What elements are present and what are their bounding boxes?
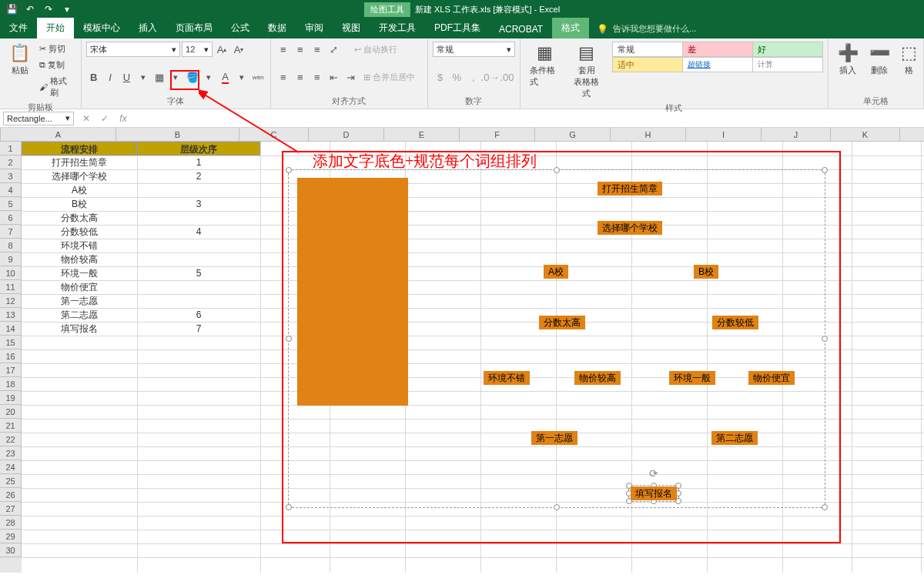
row-header[interactable]: 17 — [0, 363, 22, 377]
orientation-button[interactable]: ⤢ — [326, 42, 342, 57]
conditional-format-button[interactable]: ▦条件格式 — [525, 42, 565, 89]
row-header[interactable]: 23 — [0, 446, 22, 460]
shape-label[interactable]: 选择哪个学校 — [598, 221, 662, 235]
shape-label[interactable]: 打开招生简章 — [598, 182, 662, 196]
column-header[interactable]: H — [611, 128, 686, 141]
shape-label[interactable]: 环境不错 — [484, 371, 530, 385]
row-header[interactable]: 29 — [0, 530, 22, 543]
cut-button[interactable]: ✂剪切 — [36, 42, 76, 56]
shape-label[interactable]: A校 — [544, 265, 568, 279]
table-cell[interactable]: 物价较高 — [22, 252, 137, 266]
row-header[interactable]: 5 — [0, 197, 22, 211]
save-icon[interactable]: 💾 — [3, 2, 20, 17]
style-good[interactable]: 好 — [752, 42, 823, 57]
row-header[interactable]: 12 — [0, 294, 22, 308]
tab-view[interactable]: 视图 — [333, 18, 370, 38]
format-cells-button[interactable]: ⬚格 — [896, 42, 922, 78]
table-cell[interactable]: B校 — [22, 197, 137, 211]
underline-more-icon[interactable]: ▾ — [136, 69, 150, 85]
tab-acrobat[interactable]: ACROBAT — [490, 20, 552, 38]
table-cell[interactable]: 6 — [137, 308, 260, 322]
merge-center-button[interactable]: ⊞合并后居中 — [360, 70, 418, 85]
border-more-icon[interactable]: ▾ — [169, 69, 183, 85]
grow-font-button[interactable]: A▴ — [214, 42, 229, 57]
row-header[interactable]: 18 — [0, 377, 22, 391]
column-header[interactable]: L — [900, 128, 924, 141]
tab-format[interactable]: 格式 — [552, 18, 589, 38]
table-format-button[interactable]: ▤套用 表格格式 — [567, 42, 607, 101]
paste-button[interactable]: 📋 粘贴 — [5, 42, 35, 78]
shape-label[interactable]: 分数较低 — [712, 316, 758, 329]
table-cell[interactable]: 5 — [137, 266, 260, 280]
cancel-formula-icon[interactable]: ✕ — [77, 113, 95, 124]
number-format-select[interactable]: 常规▾ — [433, 42, 515, 57]
style-bad[interactable]: 差 — [682, 42, 753, 57]
tab-formula[interactable]: 公式 — [222, 18, 259, 38]
fx-icon[interactable]: fx — [114, 113, 132, 124]
qat-more-icon[interactable]: ▾ — [59, 2, 75, 17]
row-header[interactable]: 3 — [0, 169, 22, 183]
table-cell[interactable]: 第二志愿 — [22, 308, 137, 322]
table-cell[interactable]: 选择哪个学校 — [22, 169, 137, 183]
row-header[interactable]: 1 — [0, 142, 22, 155]
tell-me[interactable]: 💡 告诉我您想要做什么... — [589, 19, 704, 38]
copy-button[interactable]: ⧉复制 — [36, 58, 76, 72]
bold-button[interactable]: B — [86, 69, 101, 85]
tab-home[interactable]: 开始 — [37, 18, 74, 38]
shape-label[interactable]: 物价便宜 — [748, 371, 795, 385]
table-cell[interactable]: 环境一般 — [22, 266, 137, 280]
tab-data[interactable]: 数据 — [259, 18, 296, 38]
align-center-button[interactable]: ≡ — [293, 69, 308, 85]
row-header[interactable]: 21 — [0, 419, 22, 433]
column-header[interactable]: I — [686, 128, 762, 141]
header-cell[interactable]: 流程安排 — [22, 142, 137, 155]
shape-label[interactable]: 填写报名 — [631, 486, 677, 500]
tab-insert[interactable]: 插入 — [129, 18, 166, 38]
font-color-more-icon[interactable]: ▾ — [234, 69, 249, 85]
table-cell[interactable]: 第一志愿 — [22, 294, 137, 308]
fill-color-button[interactable]: 🪣 — [185, 69, 199, 85]
indent-decrease-button[interactable]: ⇤ — [326, 69, 342, 85]
shrink-font-button[interactable]: A▾ — [231, 42, 246, 57]
style-neutral[interactable]: 适中 — [612, 57, 683, 72]
row-header[interactable]: 20 — [0, 405, 22, 419]
row-header[interactable]: 19 — [0, 391, 22, 405]
header-cell[interactable]: 层级次序 — [137, 142, 260, 155]
column-header[interactable]: J — [762, 128, 831, 141]
table-cell[interactable]: 7 — [137, 322, 260, 336]
align-top-button[interactable]: ≡ — [276, 42, 291, 57]
row-header[interactable]: 11 — [0, 280, 22, 294]
align-middle-button[interactable]: ≡ — [293, 42, 308, 57]
shape-label[interactable]: 第一志愿 — [531, 431, 578, 445]
row-header[interactable]: 24 — [0, 460, 22, 474]
tab-review[interactable]: 审阅 — [296, 18, 333, 38]
font-name-select[interactable]: 宋体▾ — [86, 42, 180, 57]
row-header[interactable]: 27 — [0, 502, 22, 516]
shape-label[interactable]: B校 — [694, 265, 718, 279]
name-box[interactable]: Rectangle...▾ — [3, 112, 74, 125]
cell-area[interactable]: 流程安排 层级次序 打开招生简章1选择哪个学校2A校B校3分数太高分数较低4环境… — [22, 142, 924, 573]
style-calculation[interactable]: 计算 — [752, 57, 823, 72]
row-header[interactable]: 13 — [0, 308, 22, 322]
column-header[interactable]: C — [239, 128, 309, 141]
column-header[interactable]: F — [460, 128, 535, 141]
table-cell[interactable]: 3 — [137, 197, 260, 211]
align-right-button[interactable]: ≡ — [310, 69, 325, 85]
row-header[interactable]: 16 — [0, 349, 22, 363]
row-header[interactable]: 15 — [0, 336, 22, 349]
comma-button[interactable]: , — [466, 69, 481, 85]
tab-developer[interactable]: 开发工具 — [370, 18, 425, 38]
table-cell[interactable]: A校 — [22, 183, 137, 197]
table-cell[interactable]: 分数太高 — [22, 211, 137, 225]
tab-template[interactable]: 模板中心 — [74, 18, 129, 38]
column-header[interactable]: D — [309, 128, 384, 141]
shape-label[interactable]: 物价较高 — [574, 371, 621, 385]
row-header[interactable]: 14 — [0, 322, 22, 336]
font-size-select[interactable]: 12▾ — [182, 42, 213, 57]
column-header[interactable]: G — [535, 128, 611, 141]
style-hyperlink[interactable]: 超链接 — [682, 57, 753, 72]
format-painter-button[interactable]: 🖌格式刷 — [36, 74, 76, 100]
shape-label[interactable]: 分数太高 — [539, 316, 585, 329]
delete-cells-button[interactable]: ➖删除 — [865, 42, 895, 78]
redo-icon[interactable]: ↷ — [40, 2, 57, 17]
